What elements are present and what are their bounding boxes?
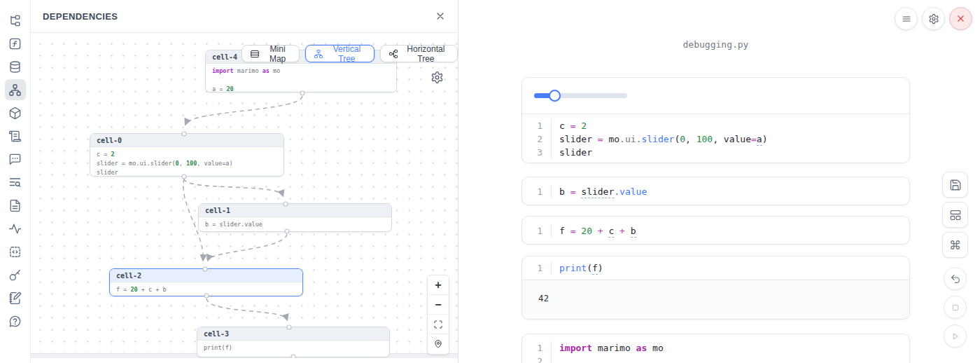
sidebar-item-tracing[interactable]: [5, 218, 26, 239]
notebook-cell[interactable]: 1b = slider.value: [522, 177, 910, 205]
layout-button[interactable]: [942, 202, 968, 228]
graph-node-cell-0[interactable]: cell-0 c = 2 slider = mo.ui.slider(0, 10…: [90, 133, 284, 177]
command-icon: ⌘: [949, 238, 961, 252]
fit-view-button[interactable]: [428, 315, 449, 334]
close-icon: [435, 11, 446, 22]
slider-widget[interactable]: [534, 93, 627, 98]
notebook-cell[interactable]: 1import marimo as mo 2: [522, 334, 910, 363]
chat-bubble-icon: [8, 153, 22, 166]
sidebar-item-packages[interactable]: [5, 102, 26, 123]
line-number: 2: [522, 355, 552, 363]
sidebar-item-chat[interactable]: [5, 149, 26, 170]
horizontal-tree-button[interactable]: Horizontal Tree: [380, 45, 458, 62]
sidebar-item-dependencies[interactable]: [5, 79, 26, 100]
line-number: 1: [522, 119, 552, 132]
panel-icon-rail: [0, 0, 31, 363]
vertical-tree-button[interactable]: Vertical Tree: [305, 45, 374, 62]
sidebar-item-secrets[interactable]: [5, 264, 26, 285]
graph-node-cell-2[interactable]: cell-2 f = 20 + c + b: [109, 268, 303, 296]
cell-code-editor[interactable]: 1print(f): [522, 256, 909, 280]
cell-code-editor[interactable]: 1f = 20 + c + b: [522, 217, 909, 245]
sidebar-item-logs[interactable]: [5, 125, 26, 146]
code-line: c = 2: [552, 119, 587, 132]
code-line: slider: [552, 146, 592, 159]
line-number: 1: [522, 185, 552, 198]
sidebar-item-scratchpad[interactable]: [5, 287, 26, 308]
undo-button[interactable]: [944, 267, 967, 290]
slider-thumb[interactable]: [549, 90, 561, 102]
file-text-icon: [8, 199, 22, 212]
notebook-cell[interactable]: 1c = 2 2slider = mo.ui.slider(0, 100, va…: [522, 77, 910, 163]
dependency-graph-canvas[interactable]: cell-4 import marimo as mo a = 20 cell-0…: [31, 33, 458, 358]
notebook-filename[interactable]: debugging.py: [522, 39, 910, 50]
graph-node-cell-3[interactable]: cell-3 print(f): [197, 327, 390, 357]
dependencies-title: DEPENDENCIES: [43, 11, 118, 22]
run-button[interactable]: [944, 324, 967, 348]
layout-panel-icon: [949, 209, 962, 221]
scroll-icon: [8, 130, 22, 143]
code-line: b = slider.value: [552, 185, 647, 198]
dependency-graph-icon: [8, 83, 22, 97]
node-title: cell-1: [199, 204, 391, 217]
minimap-icon: [250, 49, 260, 59]
cell-output-slider: [522, 78, 909, 114]
graph-settings-button[interactable]: [430, 71, 444, 84]
sidebar-item-search[interactable]: [5, 172, 26, 193]
sidebar-item-functions[interactable]: [5, 33, 26, 54]
line-number: 1: [522, 224, 552, 238]
zoom-in-button[interactable]: +: [428, 275, 449, 295]
gear-icon: [430, 71, 444, 84]
node-code-line: slider = mo.ui.slider(0, 100, value=a): [97, 159, 277, 168]
sidebar-item-file-tree[interactable]: [5, 10, 26, 31]
close-panel-button[interactable]: [435, 11, 446, 22]
map-pin-icon: [433, 339, 443, 349]
node-title: cell-3: [197, 327, 389, 341]
notebook-settings-button[interactable]: [922, 7, 945, 30]
undo-icon: [950, 273, 961, 285]
database-icon: [8, 60, 22, 74]
graph-node-cell-1[interactable]: cell-1 b = slider.value: [198, 203, 392, 232]
sidebar-item-documentation[interactable]: [5, 195, 26, 216]
notebook-menu-button[interactable]: [895, 7, 918, 30]
node-code-line: import marimo as mo: [212, 67, 390, 76]
code-line: print(f): [552, 261, 603, 275]
sidebar-item-help[interactable]: [5, 310, 26, 331]
code-line: slider = mo.ui.slider(0, 100, value=a): [552, 132, 767, 146]
code-line: import marimo as mo: [552, 341, 664, 355]
fit-view-icon: [433, 320, 443, 329]
graph-view-toolbar: Mini Map Vertical Tree Horizontal Tree: [241, 45, 458, 62]
node-code-line: slider: [97, 168, 277, 177]
cell-code-editor[interactable]: 1import marimo as mo 2: [522, 334, 909, 363]
node-code-line: print(f): [204, 343, 383, 352]
zoom-out-button[interactable]: −: [428, 295, 449, 315]
gear-icon: [928, 13, 939, 25]
node-code-line: [212, 76, 390, 85]
horizontal-tree-icon: [388, 49, 398, 59]
sidebar-item-datasources[interactable]: [5, 56, 26, 77]
function-square-icon: [8, 37, 22, 50]
notebook-cell[interactable]: 1f = 20 + c + b: [522, 216, 910, 245]
notebook-cell[interactable]: 1print(f) 42: [522, 256, 910, 320]
locate-button[interactable]: [428, 334, 449, 354]
line-number: 2: [522, 132, 552, 146]
sidebar-item-snippets[interactable]: [5, 241, 26, 262]
cell-code-editor[interactable]: 1b = slider.value: [522, 177, 909, 205]
play-icon: [950, 331, 961, 342]
text-search-icon: [8, 176, 22, 189]
code-line: [552, 355, 559, 363]
stop-button[interactable]: [944, 296, 967, 319]
command-palette-button[interactable]: ⌘: [942, 232, 968, 258]
cell-code-editor[interactable]: 1c = 2 2slider = mo.ui.slider(0, 100, va…: [522, 114, 909, 163]
file-tree-icon: [8, 14, 22, 27]
save-icon: [949, 179, 962, 191]
activity-icon: [8, 222, 22, 235]
line-number: 3: [522, 146, 552, 159]
dependencies-panel: DEPENDENCIES: [31, 0, 458, 363]
close-x-icon: [955, 13, 966, 24]
node-code-line: a = 20: [212, 85, 390, 93]
package-icon: [8, 107, 22, 120]
shutdown-button[interactable]: [949, 7, 972, 30]
minimap-button[interactable]: Mini Map: [241, 45, 300, 62]
node-code-line: b = slider.value: [205, 220, 385, 229]
save-button[interactable]: [942, 172, 968, 198]
